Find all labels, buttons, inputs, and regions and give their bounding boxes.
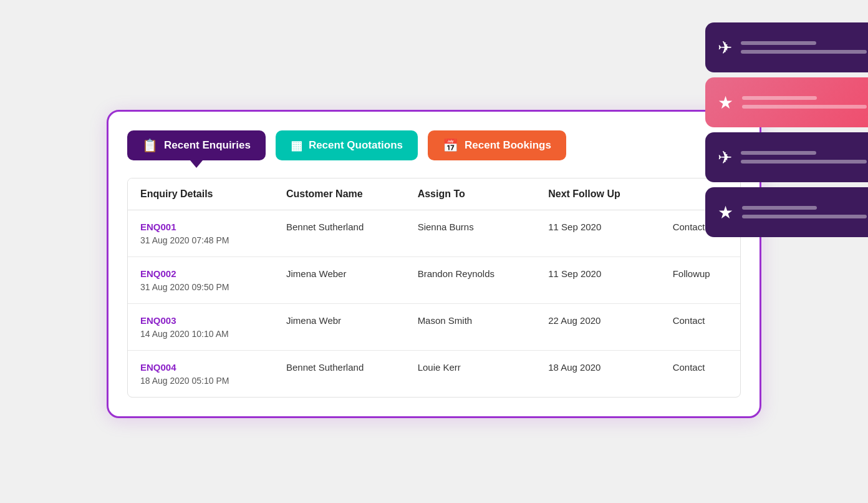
table-row[interactable]: ENQ004 18 Aug 2020 05:10 PM Bennet Suthe… — [128, 351, 740, 398]
tab-enquiries[interactable]: 📋 Recent Enquiries — [127, 130, 266, 160]
plane-icon-3: ✈ — [718, 147, 732, 168]
enq-id-1[interactable]: ENQ002 — [140, 268, 261, 279]
table-row[interactable]: ENQ002 31 Aug 2020 09:50 PM Jimena Weber… — [128, 257, 740, 304]
card-line-long-4 — [742, 215, 867, 218]
cell-followup-2: 22 Aug 2020 — [536, 304, 660, 351]
cell-action-1: Followup — [660, 257, 740, 304]
table-row[interactable]: ENQ001 31 Aug 2020 07:48 PM Bennet Suthe… — [128, 210, 740, 257]
enq-id-2[interactable]: ENQ003 — [140, 315, 261, 326]
cell-details-0: ENQ001 31 Aug 2020 07:48 PM — [128, 210, 274, 257]
card-line-long-1 — [741, 50, 867, 54]
card-lines-3 — [741, 151, 867, 164]
tab-bookings-label: Recent Bookings — [465, 139, 551, 152]
card-lines-1 — [741, 41, 867, 54]
tab-bookings[interactable]: 📅 Recent Bookings — [428, 130, 566, 160]
tab-quotations-label: Recent Quotations — [309, 139, 403, 152]
cell-customer-0: Bennet Sutherland — [274, 210, 405, 257]
col-header-followup: Next Follow Up — [536, 178, 660, 210]
tabs-bar: 📋 Recent Enquiries ▦ Recent Quotations 📅… — [127, 130, 741, 160]
cell-action-2: Contact — [660, 304, 740, 351]
col-header-assign: Assign To — [405, 178, 536, 210]
card-line-long-2 — [742, 105, 867, 109]
card-1[interactable]: ✈ ✓ — [705, 22, 868, 72]
table-row[interactable]: ENQ003 14 Aug 2020 10:10 AM Jimena Webr … — [128, 304, 740, 351]
enq-date-0: 31 Aug 2020 07:48 PM — [140, 235, 229, 245]
col-header-customer: Customer Name — [274, 178, 405, 210]
card-lines-4 — [742, 206, 867, 218]
card-line-short-3 — [741, 151, 816, 155]
card-4[interactable]: ★ ✓ — [705, 187, 868, 237]
tab-quotations[interactable]: ▦ Recent Quotations — [276, 130, 418, 160]
table-header-row: Enquiry Details Customer Name Assign To … — [128, 178, 740, 210]
enq-date-1: 31 Aug 2020 09:50 PM — [140, 282, 229, 292]
cell-details-3: ENQ004 18 Aug 2020 05:10 PM — [128, 351, 274, 398]
tab-enquiries-label: Recent Enquiries — [164, 139, 251, 152]
card-2[interactable]: ★ ✕ — [705, 77, 868, 127]
card-line-long-3 — [741, 160, 867, 164]
star-icon-4: ★ — [718, 202, 733, 223]
col-header-details: Enquiry Details — [128, 178, 274, 210]
quotations-tab-icon: ▦ — [291, 138, 302, 153]
cell-details-2: ENQ003 14 Aug 2020 10:10 AM — [128, 304, 274, 351]
enquiries-table-wrapper: Enquiry Details Customer Name Assign To … — [127, 178, 741, 398]
plane-icon-1: ✈ — [718, 37, 732, 58]
cell-action-3: Contact — [660, 351, 740, 398]
cell-details-1: ENQ002 31 Aug 2020 09:50 PM — [128, 257, 274, 304]
card-line-short-4 — [742, 206, 817, 210]
cell-customer-1: Jimena Weber — [274, 257, 405, 304]
cell-assign-0: Sienna Burns — [405, 210, 536, 257]
star-icon-2: ★ — [718, 92, 733, 113]
main-panel: 📋 Recent Enquiries ▦ Recent Quotations 📅… — [107, 110, 761, 418]
cell-customer-2: Jimena Webr — [274, 304, 405, 351]
cell-followup-0: 11 Sep 2020 — [536, 210, 660, 257]
main-container: ✈ ✓ ★ ✕ ✈ ✓ ★ — [107, 110, 761, 418]
enquiries-tab-icon: 📋 — [142, 138, 158, 153]
card-line-short-2 — [742, 96, 817, 100]
bookings-tab-icon: 📅 — [443, 138, 458, 153]
enq-id-3[interactable]: ENQ004 — [140, 362, 261, 373]
enq-id-0[interactable]: ENQ001 — [140, 222, 261, 232]
card-lines-2 — [742, 96, 867, 109]
cell-followup-1: 11 Sep 2020 — [536, 257, 660, 304]
cell-assign-3: Louie Kerr — [405, 351, 536, 398]
enq-date-3: 18 Aug 2020 05:10 PM — [140, 376, 229, 386]
cell-followup-3: 18 Aug 2020 — [536, 351, 660, 398]
cell-customer-3: Bennet Sutherland — [274, 351, 405, 398]
card-line-short-1 — [741, 41, 816, 45]
cell-assign-2: Mason Smith — [405, 304, 536, 351]
cards-panel: ✈ ✓ ★ ✕ ✈ ✓ ★ — [705, 22, 868, 237]
cell-assign-1: Brandon Reynolds — [405, 257, 536, 304]
enquiries-table: Enquiry Details Customer Name Assign To … — [128, 178, 740, 397]
card-3[interactable]: ✈ ✓ — [705, 132, 868, 182]
enq-date-2: 14 Aug 2020 10:10 AM — [140, 329, 229, 339]
